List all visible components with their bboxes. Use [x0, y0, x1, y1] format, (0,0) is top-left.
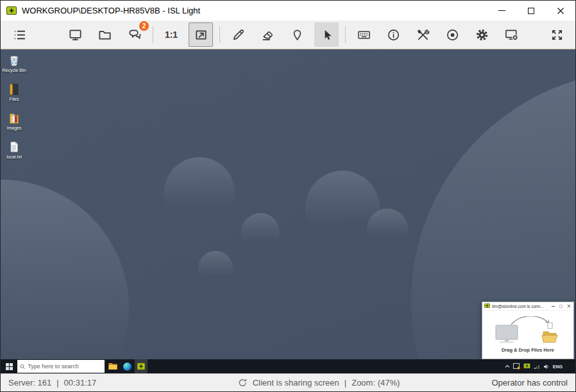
- session-list-button[interactable]: [7, 22, 31, 47]
- desktop-icon-label: local.txt: [6, 155, 22, 159]
- desktop-icon-local-txt[interactable]: local.txt: [2, 140, 26, 159]
- images-folder-icon: [7, 111, 21, 125]
- taskbar-file-explorer[interactable]: [106, 359, 119, 373]
- minimize-icon: [498, 10, 505, 11]
- maximize-button[interactable]: [516, 1, 546, 21]
- toolbar-separator: [153, 26, 153, 43]
- wallpaper-sphere: [367, 209, 408, 250]
- disconnect-desktop-button[interactable]: [499, 22, 523, 47]
- tray-notification-icon[interactable]: [513, 363, 520, 370]
- wallpaper-sphere: [198, 251, 233, 285]
- drag-drop-illustration: [492, 316, 564, 345]
- taskbar-edge[interactable]: [121, 359, 133, 373]
- cursor-icon: [319, 28, 334, 42]
- desktop-icon-images[interactable]: Images: [2, 111, 26, 130]
- toolbar: 2 1:1: [1, 21, 575, 49]
- sharing-status: Client is sharing screen: [253, 378, 339, 388]
- gear-icon: [475, 28, 489, 42]
- control-status: Operator has control: [491, 378, 568, 388]
- recycle-bin-icon: [7, 53, 21, 67]
- desktop-icon-label: Recycle Bin: [3, 68, 26, 72]
- isl-taskbar-icon: [137, 362, 146, 370]
- remote-desktop-view[interactable]: Recycle Bin Files Images: [1, 49, 575, 373]
- mini-maximize-icon[interactable]: [559, 305, 563, 308]
- fit-screen-icon: [194, 28, 208, 42]
- taskbar-isl-light[interactable]: [135, 359, 148, 373]
- taskbar-search[interactable]: [17, 360, 105, 373]
- text-file-icon: [7, 140, 21, 154]
- expand-icon: [550, 28, 564, 42]
- monitors-button[interactable]: [63, 22, 87, 47]
- tray-expand-chevron-icon[interactable]: [505, 364, 510, 368]
- chat-button[interactable]: 2: [122, 22, 146, 47]
- record-icon: [445, 28, 460, 42]
- record-button[interactable]: [440, 22, 464, 47]
- eraser-icon: [260, 28, 275, 42]
- file-manager-button[interactable]: [92, 22, 117, 47]
- search-icon: [20, 364, 25, 370]
- tray-network-icon[interactable]: [534, 364, 540, 370]
- info-icon: [386, 28, 401, 42]
- mini-close-icon[interactable]: [567, 304, 571, 308]
- server-label: Server: 161: [8, 378, 51, 388]
- drop-zone[interactable]: Drag & Drop Files Here: [482, 311, 573, 359]
- tray-isl-icon[interactable]: [523, 363, 530, 370]
- statusbar-separator: |: [344, 378, 346, 388]
- files-folder-icon: [7, 82, 21, 96]
- statusbar-separator: |: [56, 378, 58, 388]
- desktop-icon-label: Files: [10, 97, 19, 101]
- pin-icon: [290, 28, 305, 42]
- windows-logo-icon: [6, 363, 13, 370]
- wallpaper-sphere: [1, 180, 129, 373]
- window-title: WORKGROUP\DESKTOP-HR85V8B - ISL Light: [22, 6, 487, 15]
- titlebar: WORKGROUP\DESKTOP-HR85V8B - ISL Light: [1, 1, 575, 21]
- eraser-button[interactable]: [255, 22, 280, 47]
- drop-label: Drag & Drop Files Here: [502, 347, 554, 353]
- statusbar: Server: 161 | 00:31:17 Client is sharing…: [1, 373, 575, 391]
- edge-icon: [123, 362, 131, 371]
- list-icon: [12, 28, 27, 42]
- monitor-x-icon: [504, 28, 519, 42]
- fullscreen-button[interactable]: [545, 22, 569, 47]
- file-transfer-titlebar: tim@islonline.com is conn...: [482, 302, 573, 311]
- desktop-icon-files[interactable]: Files: [2, 82, 26, 101]
- toolbar-separator: [345, 26, 346, 43]
- refresh-icon: [238, 378, 248, 388]
- close-icon: [557, 7, 564, 15]
- mini-minimize-icon[interactable]: [552, 306, 555, 307]
- zoom-one-to-one-button[interactable]: 1:1: [159, 22, 183, 47]
- system-tray: ENG: [505, 363, 575, 370]
- keyboard-button[interactable]: [352, 22, 376, 47]
- minimize-button[interactable]: [487, 1, 516, 21]
- search-input[interactable]: [28, 363, 102, 370]
- desktop-icon-recycle-bin[interactable]: Recycle Bin: [2, 53, 26, 72]
- select-cursor-button[interactable]: [314, 22, 339, 47]
- folder-icon: [97, 28, 112, 42]
- settings-button[interactable]: [470, 22, 494, 47]
- isl-mini-icon: [484, 303, 490, 309]
- one-to-one-label: 1:1: [165, 30, 178, 40]
- close-button[interactable]: [546, 1, 575, 21]
- isl-light-app-icon: [6, 6, 17, 15]
- info-button[interactable]: [381, 22, 405, 47]
- desktop-icon-label: Images: [7, 126, 22, 130]
- zoom-status: Zoom: (47%): [352, 378, 400, 388]
- wallpaper-sphere: [241, 213, 280, 251]
- remote-taskbar: ENG: [1, 359, 575, 373]
- file-transfer-window: tim@islonline.com is conn...: [482, 302, 574, 359]
- tray-language-label[interactable]: ENG: [553, 364, 563, 369]
- tools-icon: [416, 28, 430, 42]
- tools-button[interactable]: [411, 22, 435, 47]
- file-explorer-icon: [108, 362, 117, 370]
- keyboard-icon: [357, 28, 371, 42]
- start-button[interactable]: [1, 359, 17, 373]
- tray-volume-icon[interactable]: [543, 364, 550, 370]
- laser-pointer-button[interactable]: [285, 22, 309, 47]
- fit-to-screen-button[interactable]: [189, 22, 213, 47]
- maximize-icon: [528, 8, 534, 14]
- monitor-icon: [68, 28, 83, 42]
- wallpaper-sphere: [164, 157, 235, 228]
- chat-badge: 2: [139, 21, 149, 31]
- draw-button[interactable]: [226, 22, 250, 47]
- pencil-icon: [231, 28, 246, 42]
